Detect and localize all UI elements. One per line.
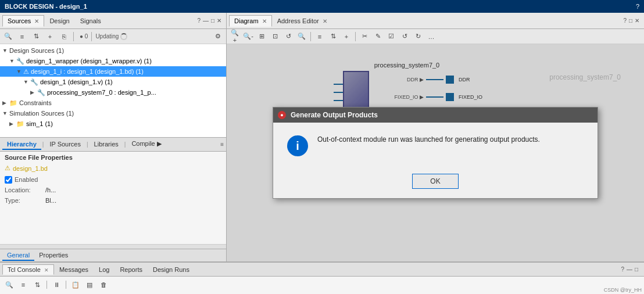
- design-sources-header[interactable]: ▼ Design Sources (1): [0, 45, 226, 56]
- tree-item-wrapper[interactable]: ▼ 🔧 design_1_wrapper (design_1_wrapper.v…: [0, 56, 226, 66]
- bp-minimize-icon[interactable]: —: [627, 266, 632, 273]
- right-help-icon[interactable]: ?: [623, 17, 627, 24]
- maximize-tab-icon[interactable]: □: [211, 17, 214, 24]
- tab-messages[interactable]: Messages: [54, 264, 94, 275]
- zoom-out-button[interactable]: 🔍-: [242, 31, 254, 42]
- bottom-panel-toolbar: 🔍 ≡ ⇅ ⏸ 📋 ▤ 🗑: [0, 277, 644, 293]
- bp-expand-button[interactable]: ≡: [17, 279, 29, 290]
- expand-bd-button[interactable]: ≡: [314, 31, 325, 42]
- constraints-arrow: ▶: [2, 100, 9, 106]
- search-bd-button[interactable]: 🔍: [296, 31, 307, 42]
- check-button[interactable]: ☑: [385, 31, 397, 42]
- bp-copy-button[interactable]: 📋: [70, 279, 81, 290]
- modal-body: i Out-of-context module run was launched…: [273, 123, 598, 168]
- tree-item-design1v[interactable]: ▼ 🔧 design_1 (design_1.v) (1): [0, 77, 226, 87]
- bottom-panel: Tcl Console ✕ Messages Log Reports Desig…: [0, 261, 644, 294]
- properties-panel: Source File Properties ⚠ design_1.bd Ena…: [0, 151, 226, 244]
- sim1-icon: 📁: [16, 120, 24, 128]
- tab-sources[interactable]: Sources ✕: [2, 15, 44, 27]
- fit-button[interactable]: ⊞: [256, 31, 267, 42]
- bp-sort-button[interactable]: ⇅: [31, 279, 43, 290]
- minimize-tab-icon[interactable]: —: [203, 17, 209, 24]
- right-close-icon[interactable]: ✕: [635, 17, 639, 24]
- modal-overlay: ● Generate Output Products i Out-of-cont…: [227, 44, 644, 261]
- modal-ok-button[interactable]: OK: [412, 174, 459, 189]
- tcl-tab-close[interactable]: ✕: [44, 267, 49, 273]
- help-icon[interactable]: ?: [636, 3, 639, 10]
- ps7-icon: 🔧: [37, 89, 45, 96]
- undo-button[interactable]: ↻: [412, 31, 424, 42]
- toolbar-sep-2: [91, 32, 92, 41]
- undo-view-button[interactable]: ↺: [282, 31, 294, 42]
- simulation-sources-header[interactable]: ▼ Simulation Sources (1): [0, 108, 226, 119]
- tab-tcl-console[interactable]: Tcl Console ✕: [2, 264, 54, 275]
- modal-footer: OK: [273, 168, 598, 198]
- tree-item-design1i[interactable]: ▼ ⚠ design_1_i : design_1 (design_1.bd) …: [0, 66, 226, 77]
- tab-general[interactable]: General: [2, 250, 34, 261]
- wrapper-expand-arrow: ▼: [9, 58, 16, 64]
- sort-bd-button[interactable]: ⇅: [327, 31, 339, 42]
- tab-address-editor-close[interactable]: ✕: [323, 18, 327, 24]
- diagram-area: processing_system7_0 ZYNQ ing System: [227, 44, 644, 261]
- hierarchy-tabs: Hierarchy | IP Sources | Libraries | Com…: [0, 137, 226, 151]
- more-button[interactable]: …: [425, 31, 437, 42]
- bp-delete-button[interactable]: 🗑: [98, 279, 109, 290]
- enabled-checkbox[interactable]: [5, 176, 12, 184]
- simulation-sources-label: Simulation Sources (1): [9, 110, 74, 117]
- tab-address-editor[interactable]: Address Editor ✕: [272, 15, 332, 27]
- sim-arrow: ▼: [2, 110, 9, 116]
- bp-sep-1: [46, 281, 47, 289]
- horizontal-scrollbar[interactable]: [0, 244, 226, 249]
- tab-diagram-close[interactable]: ✕: [262, 18, 267, 24]
- tab-log[interactable]: Log: [94, 264, 115, 275]
- tab-sources-close[interactable]: ✕: [34, 18, 39, 24]
- tree-item-ps7[interactable]: ▶ 🔧 processing_system7_0 : design_1_p...: [0, 87, 226, 98]
- bp-pause-button[interactable]: ⏸: [51, 279, 62, 290]
- bp-help-icon[interactable]: ?: [621, 266, 624, 273]
- edit-button[interactable]: ✎: [372, 31, 384, 42]
- prop-row-enabled: Enabled: [5, 174, 221, 185]
- ps7-arrow: ▶: [30, 89, 37, 95]
- modal-close-btn[interactable]: ●: [278, 111, 286, 119]
- app-title: BLOCK DESIGN - design_1: [5, 3, 87, 10]
- collapse-button[interactable]: ⇅: [30, 31, 42, 42]
- sim1-arrow: ▶: [9, 121, 16, 127]
- tab-more-icon[interactable]: ≡: [220, 141, 224, 148]
- redo-button[interactable]: ↺: [399, 31, 410, 42]
- bp-search-button[interactable]: 🔍: [3, 279, 15, 290]
- tab-design[interactable]: Design: [44, 15, 74, 27]
- tab-compile[interactable]: Compile ▶: [127, 139, 166, 150]
- add-button[interactable]: +: [44, 31, 56, 42]
- add-ip-button[interactable]: +: [341, 31, 352, 42]
- tab-signals[interactable]: Signals: [75, 15, 106, 27]
- design-sources-label: Design Sources (1): [9, 47, 64, 54]
- properties-bottom-tabs: General Properties: [0, 249, 226, 261]
- tab-design-runs[interactable]: Design Runs: [148, 264, 195, 275]
- search-button[interactable]: 🔍: [2, 31, 14, 42]
- tree-panel[interactable]: ▼ Design Sources (1) ▼ 🔧 design_1_wrappe…: [0, 44, 226, 137]
- right-maximize-icon[interactable]: □: [629, 17, 632, 24]
- tab-ip-sources[interactable]: IP Sources: [45, 139, 85, 150]
- wrapper-text: design_1_wrapper (design_1_wrapper.v) (1…: [26, 58, 152, 64]
- type-label: Type:: [5, 197, 45, 204]
- expand-all-button[interactable]: ≡: [16, 31, 28, 42]
- settings-button[interactable]: ⚙: [212, 31, 224, 42]
- zoom-in-button[interactable]: 🔍+: [229, 31, 241, 42]
- help-tab-icon[interactable]: ?: [197, 17, 201, 24]
- cut-button[interactable]: ✂: [359, 31, 370, 42]
- tab-hierarchy[interactable]: Hierarchy: [2, 139, 41, 150]
- bp-maximize-icon[interactable]: □: [635, 266, 638, 273]
- right-panel: Diagram ✕ Address Editor ✕ ? □ ✕ 🔍+ 🔍- ⊞…: [227, 13, 644, 261]
- toolbar-sep-1: [73, 32, 74, 41]
- tab-diagram[interactable]: Diagram ✕: [229, 15, 272, 27]
- constraints-header[interactable]: ▶ 📁 Constraints: [0, 98, 226, 108]
- tab-reports[interactable]: Reports: [115, 264, 148, 275]
- tree-item-sim1[interactable]: ▶ 📁 sim_1 (1): [0, 119, 226, 129]
- bp-view-button[interactable]: ▤: [84, 279, 95, 290]
- zoom-fit-button[interactable]: ⊡: [269, 31, 281, 42]
- tab-libraries[interactable]: Libraries: [90, 139, 123, 150]
- tab-properties[interactable]: Properties: [34, 250, 73, 261]
- close-tab-icon[interactable]: ✕: [217, 17, 221, 24]
- enabled-label: Enabled: [15, 176, 55, 183]
- copy-button[interactable]: ⎘: [58, 31, 70, 42]
